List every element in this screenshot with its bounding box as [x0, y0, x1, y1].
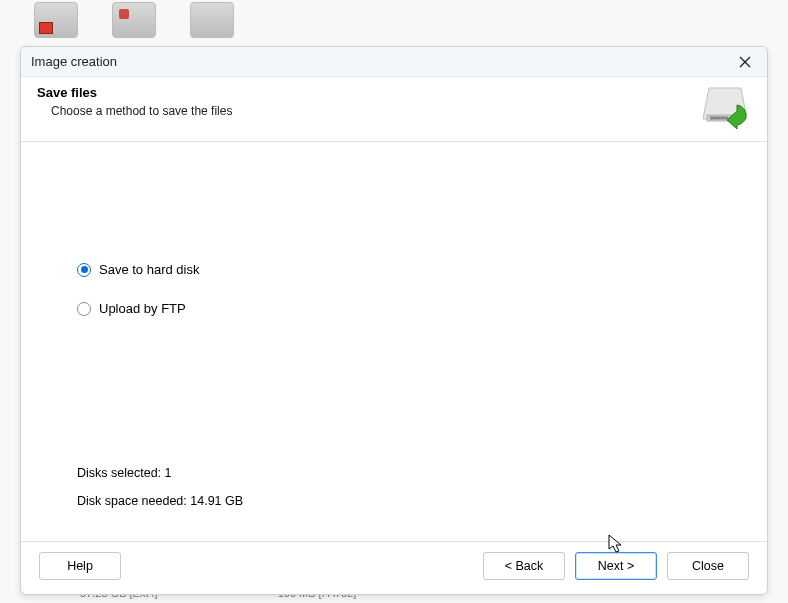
summary-block: Disks selected: 1 Disk space needed: 14.… [77, 460, 243, 515]
header-subtitle: Choose a method to save the files [51, 104, 701, 118]
option-label: Upload by FTP [99, 301, 186, 316]
background-disk-icons [34, 2, 234, 38]
option-upload-by-ftp[interactable]: Upload by FTP [77, 301, 767, 316]
radio-icon [77, 302, 91, 316]
save-disk-icon [701, 85, 751, 129]
dialog-header: Save files Choose a method to save the f… [21, 77, 767, 142]
radio-icon [77, 263, 91, 277]
dialog-content: Save to hard disk Upload by FTP Disks se… [21, 142, 767, 541]
help-button[interactable]: Help [39, 552, 121, 580]
option-label: Save to hard disk [99, 262, 199, 277]
disk-icon [190, 2, 234, 38]
image-creation-dialog: Image creation Save files Choose a metho… [20, 46, 768, 595]
disks-selected-line: Disks selected: 1 [77, 460, 243, 488]
disk-icon [34, 2, 78, 38]
disk-icon [112, 2, 156, 38]
option-save-to-hard-disk[interactable]: Save to hard disk [77, 262, 767, 277]
close-icon[interactable] [733, 50, 757, 74]
disk-space-needed-line: Disk space needed: 14.91 GB [77, 488, 243, 516]
back-button[interactable]: < Back [483, 552, 565, 580]
next-button[interactable]: Next > [575, 552, 657, 580]
close-button[interactable]: Close [667, 552, 749, 580]
dialog-titlebar: Image creation [21, 47, 767, 77]
header-title: Save files [37, 85, 701, 100]
dialog-title: Image creation [31, 54, 733, 69]
dialog-footer: Help < Back Next > Close [21, 541, 767, 594]
svg-rect-1 [710, 117, 728, 120]
